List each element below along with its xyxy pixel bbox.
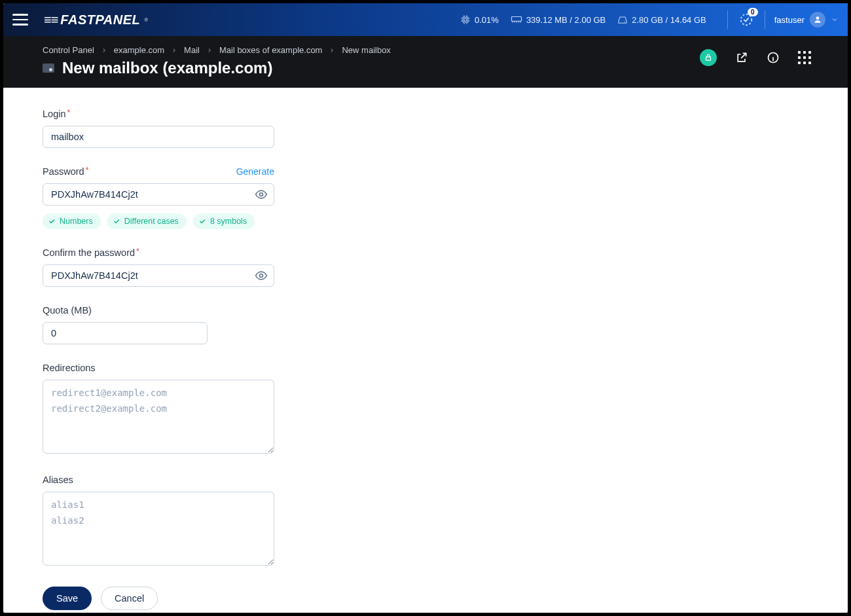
info-icon[interactable] [767, 51, 780, 64]
password-label: Password [43, 166, 84, 177]
page-title: New mailbox (example.com) [62, 59, 272, 77]
redirections-label: Redirections [43, 363, 96, 373]
svg-point-3 [625, 22, 625, 22]
ram-icon [511, 15, 522, 24]
breadcrumb: Control Panel example.com Mail Mail boxe… [43, 45, 808, 55]
svg-rect-6 [706, 57, 711, 60]
security-badge-icon[interactable] [700, 49, 717, 66]
password-input[interactable] [43, 183, 274, 206]
quota-input[interactable] [43, 322, 208, 344]
svg-rect-0 [463, 17, 468, 22]
avatar-icon [810, 12, 825, 27]
page-icon [43, 63, 54, 73]
confirm-password-label: Confirm the password [43, 247, 135, 258]
brand-text: FASTPANEL [60, 12, 140, 27]
chevron-down-icon [831, 16, 839, 24]
ram-stat: 339.12 MB / 2.00 GB [511, 15, 606, 25]
breadcrumb-item[interactable]: Mail [184, 45, 200, 55]
breadcrumb-item[interactable]: Mail boxes of example.com [219, 45, 323, 55]
generate-password-link[interactable]: Generate [236, 166, 274, 177]
password-check-chip: Numbers [43, 213, 101, 229]
svg-point-5 [816, 16, 820, 20]
breadcrumb-item[interactable]: Control Panel [43, 45, 94, 55]
toggle-password-visibility-icon[interactable] [255, 188, 268, 201]
brand-logo[interactable]: ≡≡ FASTPANEL® [44, 12, 149, 27]
cpu-stat: 0.01% [460, 14, 499, 25]
save-button[interactable]: Save [43, 587, 92, 610]
cpu-icon [460, 14, 471, 25]
breadcrumb-item[interactable]: New mailbox [342, 45, 390, 55]
password-check-chip: 8 symbols [193, 213, 255, 229]
subheader: Control Panel example.com Mail Mail boxe… [3, 36, 848, 88]
notifications-button[interactable]: 0 [737, 10, 755, 29]
apps-grid-icon[interactable] [798, 51, 811, 64]
username: fastuser [774, 15, 805, 25]
login-input[interactable] [43, 126, 274, 148]
login-label: Login [43, 109, 65, 119]
toggle-confirm-visibility-icon[interactable] [255, 269, 268, 282]
breadcrumb-item[interactable]: example.com [114, 45, 164, 55]
notif-badge: 0 [748, 8, 758, 16]
disk-icon [617, 14, 628, 25]
svg-rect-1 [464, 18, 467, 21]
svg-point-9 [260, 274, 263, 278]
disk-stat: 2.80 GB / 14.64 GB [617, 14, 706, 25]
menu-toggle-button[interactable] [12, 10, 31, 29]
confirm-password-input[interactable] [43, 264, 274, 287]
aliases-textarea[interactable] [43, 492, 274, 566]
aliases-label: Aliases [43, 475, 73, 485]
password-check-chip: Different cases [107, 213, 187, 229]
quota-label: Quota (MB) [43, 305, 92, 316]
user-menu[interactable]: fastuser [774, 12, 839, 27]
redirections-textarea[interactable] [43, 380, 274, 454]
svg-rect-2 [511, 17, 521, 22]
open-external-icon[interactable] [735, 51, 748, 64]
svg-point-8 [260, 193, 263, 196]
cancel-button[interactable]: Cancel [101, 587, 158, 610]
topbar: ≡≡ FASTPANEL® 0.01% 339.12 MB / 2.00 GB … [3, 3, 848, 36]
form-content: Login* Password* Generate Numbers [3, 88, 848, 613]
